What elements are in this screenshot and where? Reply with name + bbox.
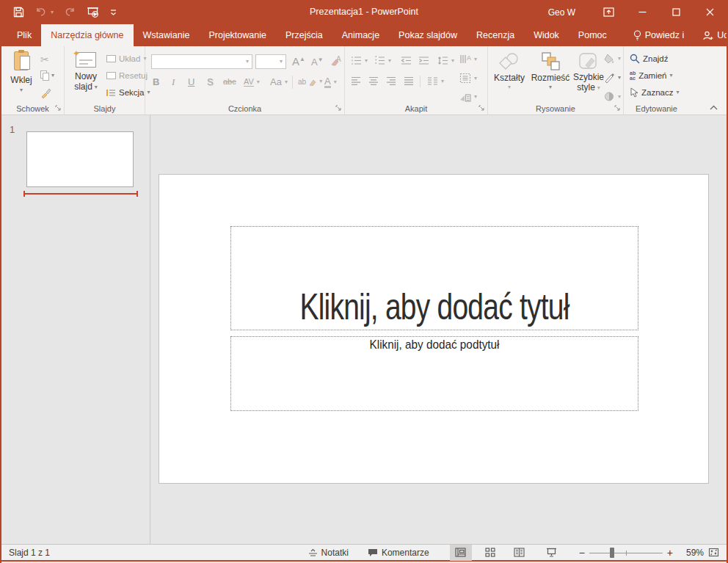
tab-pomoc[interactable]: Pomoc <box>569 24 616 46</box>
group-label-rysowanie: Rysowanie <box>488 104 623 113</box>
convert-to-smartart-button[interactable]: ▾ <box>459 92 477 102</box>
titlebar: ▾ Prezentacja1 - PowerPoint Geo W <box>1 0 727 24</box>
slide-thumbnail[interactable] <box>26 131 134 187</box>
underline-button[interactable]: U <box>188 76 194 87</box>
comments-icon <box>368 548 378 557</box>
slide-editing-area: Kliknij, aby dodać tytuł Kliknij, aby do… <box>150 115 727 544</box>
save-icon[interactable] <box>13 7 24 18</box>
increase-font-size-button[interactable]: A▲ <box>292 55 305 68</box>
character-spacing-button[interactable]: AV ▾ <box>244 77 260 87</box>
tab-widok[interactable]: Widok <box>524 24 569 46</box>
title-placeholder[interactable]: Kliknij, aby dodać tytuł <box>230 226 638 330</box>
increase-indent-icon[interactable] <box>418 56 429 65</box>
ribbon-display-options-icon[interactable] <box>592 0 625 24</box>
rysowanie-dialog-launcher-icon[interactable] <box>614 105 621 112</box>
tab-projektowanie[interactable]: Projektowanie <box>199 24 276 46</box>
bullets-button[interactable]: ▾ <box>351 56 368 65</box>
zoom-in-button[interactable]: + <box>663 547 677 559</box>
redo-icon[interactable] <box>65 7 76 18</box>
text-direction-button[interactable]: A ▾ <box>459 54 477 65</box>
font-size-combobox[interactable]: ▾ <box>255 54 286 69</box>
line-spacing-button[interactable]: ▾ <box>437 56 454 65</box>
cut-icon[interactable]: ✂ <box>40 54 49 65</box>
slide-thumbnail-panel: 1 <box>1 115 150 544</box>
tab-tell-me[interactable]: Powiedz i <box>624 24 694 46</box>
shapes-icon <box>498 52 520 71</box>
bold-button[interactable]: B <box>153 76 159 87</box>
align-right-icon[interactable] <box>386 76 396 86</box>
copy-button[interactable]: ▾ <box>40 70 54 81</box>
zoom-slider[interactable] <box>589 545 663 561</box>
normal-view-button[interactable] <box>450 545 472 561</box>
align-left-icon[interactable] <box>351 76 361 86</box>
decrease-indent-icon[interactable] <box>401 56 412 65</box>
new-slide-button[interactable]: ✦ Nowy slajd▾ <box>68 52 103 92</box>
arrange-button[interactable]: Rozmieść ▾ <box>529 52 572 90</box>
quick-access-toolbar: ▾ <box>1 7 117 18</box>
tab-animacje[interactable]: Animacje <box>332 24 389 46</box>
tab-plik[interactable]: Plik <box>7 24 41 46</box>
ribbon: Wklej ▾ ✂ ▾ Schowek ✦ Nowy <box>1 46 727 115</box>
numbering-button[interactable]: ▾ <box>374 56 391 65</box>
paste-button[interactable]: Wklej ▾ <box>6 51 37 93</box>
highlight-color-button[interactable]: ab ▾ <box>298 77 322 86</box>
undo-dropdown-arrow[interactable]: ▾ <box>51 10 54 15</box>
group-edytowanie: Znajdź abac Zamień ▾ Zaznacz ▾ Edytowani… <box>624 46 689 115</box>
change-case-button[interactable]: Aa ▾ <box>270 76 288 87</box>
tab-narzedzia-glowne[interactable]: Narzędzia główne <box>41 24 133 46</box>
clear-formatting-button[interactable]: A <box>330 55 342 67</box>
tab-wstawianie[interactable]: Wstawianie <box>134 24 200 46</box>
shape-outline-button[interactable]: ▾ <box>604 73 621 83</box>
zoom-slider-handle[interactable] <box>610 548 614 558</box>
reading-view-button[interactable] <box>509 545 531 561</box>
slide-canvas[interactable]: Kliknij, aby dodać tytuł Kliknij, aby do… <box>159 174 709 484</box>
comments-button[interactable]: Komentarze <box>363 548 434 558</box>
subtitle-placeholder[interactable]: Kliknij, aby dodać podtytuł <box>230 336 638 411</box>
layout-button[interactable]: Układ ▾ <box>106 54 146 63</box>
close-button[interactable] <box>693 0 727 24</box>
align-text-button[interactable]: ▾ <box>459 73 477 84</box>
reset-button[interactable]: Resetuj <box>106 71 148 80</box>
akapit-dialog-launcher-icon[interactable] <box>478 105 485 112</box>
slide-indicator[interactable]: Slajd 1 z 1 <box>1 548 50 558</box>
align-center-icon[interactable] <box>368 76 379 86</box>
undo-icon[interactable]: ▾ <box>35 7 54 18</box>
shape-fill-button[interactable]: ▾ <box>604 54 621 64</box>
notes-button[interactable]: Notatki <box>304 548 353 558</box>
tab-udostepnij[interactable]: Udostępnij <box>694 24 728 46</box>
minimize-button[interactable] <box>625 0 659 24</box>
text-shadow-button[interactable]: S <box>207 76 214 87</box>
justify-icon[interactable] <box>404 76 414 86</box>
slideshow-view-button[interactable] <box>541 545 563 561</box>
format-painter-icon[interactable] <box>40 87 51 98</box>
slide-sorter-view-button[interactable] <box>479 545 501 561</box>
decrease-font-size-button[interactable]: A▼ <box>311 57 324 68</box>
zoom-out-button[interactable]: − <box>575 547 589 559</box>
schowek-dialog-launcher-icon[interactable] <box>55 105 62 112</box>
columns-button[interactable]: ▾ <box>427 76 444 86</box>
tab-pokaz-slajdow[interactable]: Pokaz slajdów <box>389 24 467 46</box>
shape-effects-button[interactable]: ▾ <box>604 92 621 101</box>
strikethrough-button[interactable]: abc <box>223 77 236 86</box>
collapse-ribbon-icon[interactable] <box>710 105 718 110</box>
font-color-button[interactable]: A ▾ <box>324 76 337 88</box>
group-akapit: ▾ ▾ ▾ <box>345 46 488 115</box>
maximize-button[interactable] <box>659 0 693 24</box>
select-button[interactable]: Zaznacz ▾ <box>630 87 679 98</box>
tab-przejscia[interactable]: Przejścia <box>276 24 332 46</box>
font-name-combobox[interactable]: ▾ <box>151 54 252 69</box>
quick-styles-button[interactable]: Szybkie style▾ <box>573 52 604 93</box>
find-button[interactable]: Znajdź <box>630 54 669 64</box>
customize-qat-icon[interactable] <box>110 9 117 16</box>
zoom-percentage[interactable]: 59% <box>677 548 704 558</box>
notes-icon <box>308 548 318 556</box>
czcionka-dialog-launcher-icon[interactable] <box>335 105 342 112</box>
replace-button[interactable]: abac Zamień ▾ <box>630 70 673 81</box>
start-slideshow-icon[interactable] <box>87 7 99 18</box>
tab-recenzja[interactable]: Recenzja <box>467 24 524 46</box>
shapes-button[interactable]: Kształty ▾ <box>491 52 528 90</box>
user-name[interactable]: Geo W <box>548 7 575 18</box>
fit-slide-to-window-button[interactable] <box>704 548 727 557</box>
italic-button[interactable]: I <box>172 76 175 88</box>
section-button[interactable]: Sekcja ▾ <box>106 88 150 97</box>
